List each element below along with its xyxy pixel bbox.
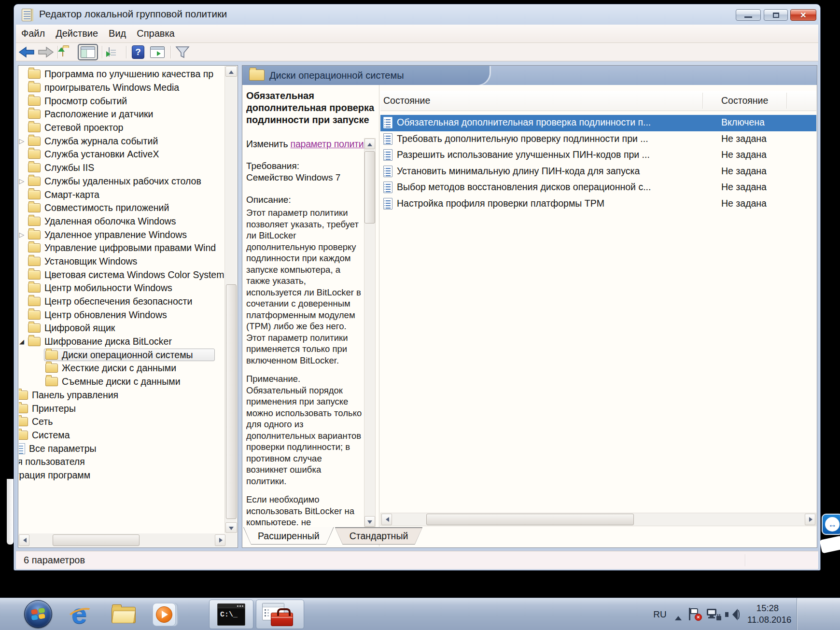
tree-item[interactable]: Службы IIS	[19, 161, 224, 175]
column-divider[interactable]	[786, 93, 787, 109]
scroll-up-button[interactable]	[225, 66, 237, 77]
help-button[interactable]: ?	[132, 45, 144, 59]
tree-item[interactable]: Конфигурация программ	[19, 469, 224, 482]
taskbar-media-player-icon[interactable]	[151, 601, 178, 628]
folder-icon	[28, 230, 41, 239]
tree-item[interactable]: Центр обновления Windows	[19, 308, 224, 322]
tree-item[interactable]: Центр обеспечения безопасности	[19, 295, 224, 308]
menu-item-Вид[interactable]: Вид	[103, 28, 131, 39]
scroll-right-button[interactable]	[805, 514, 815, 525]
scroll-thumb[interactable]	[53, 534, 140, 546]
tree-item[interactable]: Все параметры	[19, 442, 224, 455]
network-icon[interactable]	[706, 608, 721, 621]
collapsed-arrow-icon[interactable]: ▷	[19, 176, 27, 186]
policy-setting-icon	[383, 133, 392, 145]
forward-button[interactable]	[38, 46, 54, 58]
back-button[interactable]	[18, 46, 35, 58]
scroll-thumb[interactable]	[226, 284, 237, 519]
collapsed-arrow-icon[interactable]: ▷	[19, 230, 27, 239]
title-bar[interactable]: Редактор локальной групповой политики ×	[14, 4, 820, 25]
up-one-level-button[interactable]	[62, 48, 63, 56]
policy-row[interactable]: Выбор методов восстановления дисков опер…	[380, 180, 816, 196]
tree-item[interactable]: Панель управления	[19, 389, 224, 402]
view-tab-Стандартный[interactable]: Стандартный	[335, 527, 423, 545]
tree-item[interactable]: Система	[19, 429, 224, 442]
clock[interactable]: 15:28 11.08.2016	[747, 602, 788, 626]
folder-icon	[19, 404, 28, 413]
filter-button[interactable]	[175, 46, 190, 58]
taskbar-command-prompt-button[interactable]: C:\_	[209, 600, 253, 629]
scroll-left-button[interactable]	[19, 534, 29, 546]
policy-row[interactable]: Настройка профиля проверки платформы TPM…	[380, 196, 816, 212]
scroll-left-button[interactable]	[381, 514, 392, 525]
tree-vertical-scrollbar[interactable]	[224, 66, 237, 533]
desktop-icon-teamviewer[interactable]: ↔	[822, 514, 840, 535]
policy-row[interactable]: Обязательная дополнительная проверка под…	[380, 115, 816, 131]
show-console-tree-button[interactable]	[78, 44, 98, 60]
tree-item[interactable]: ◢Шифрование диска BitLocker	[19, 335, 224, 349]
action-center-flag-icon[interactable]: ×	[688, 607, 702, 621]
menu-item-Справка[interactable]: Справка	[131, 28, 180, 39]
tree-item[interactable]: Установщик Windows	[19, 255, 224, 268]
tree-item[interactable]: Цифровой ящик	[19, 322, 224, 335]
tree-item[interactable]: ▷Служба журнала событий	[19, 134, 224, 148]
tree-item[interactable]: Расположение и датчики	[19, 108, 224, 121]
show-desktop-button[interactable]	[797, 598, 840, 630]
scroll-down-button[interactable]	[364, 516, 375, 527]
policy-row[interactable]: Разрешить использование улучшенных ПИН-к…	[380, 147, 816, 164]
tree-item[interactable]: Съемные диски с данными	[34, 375, 224, 389]
tree-item[interactable]: Жесткие диски с данными	[34, 362, 224, 375]
taskbar-internet-explorer-icon[interactable]: e	[68, 601, 95, 628]
scroll-right-button[interactable]	[215, 534, 225, 546]
export-list-button[interactable]	[109, 48, 110, 56]
expanded-arrow-icon[interactable]: ◢	[19, 337, 27, 347]
tree-item[interactable]: ▷Удаленное управление Windows	[19, 228, 224, 241]
details-vertical-scrollbar[interactable]	[364, 138, 376, 527]
tree-item[interactable]: Диски операционной системы	[34, 348, 224, 362]
collapsed-arrow-icon[interactable]: ▷	[19, 136, 27, 146]
start-button[interactable]	[24, 600, 52, 628]
tree-item-label: Совместимость приложений	[44, 202, 169, 213]
taskbar-mmc-console-button[interactable]	[256, 600, 304, 629]
minimize-button[interactable]	[736, 9, 761, 21]
tree-item-label: Жесткие диски с данными	[62, 363, 176, 374]
tree-item[interactable]: Принтеры	[19, 402, 224, 415]
tree-horizontal-scrollbar[interactable]	[19, 533, 225, 547]
tree-item[interactable]: Сеть	[19, 415, 224, 429]
scroll-down-button[interactable]	[225, 522, 237, 533]
tree-item[interactable]: Конфигурация пользователя	[19, 455, 224, 469]
volume-icon[interactable]	[725, 608, 742, 621]
view-tab-Расширенный[interactable]: Расширенный	[243, 527, 334, 545]
taskbar-windows-explorer-icon[interactable]	[110, 601, 137, 628]
policy-row[interactable]: Требовать дополнительную проверку подлин…	[380, 131, 816, 148]
tree-item[interactable]: Цветовая система Windows Color System	[19, 268, 224, 281]
policy-title: Обязательная дополнительная проверка под…	[246, 90, 378, 126]
tree-item[interactable]: Служба установки ActiveX	[19, 148, 224, 161]
scroll-thumb[interactable]	[364, 151, 375, 224]
hidden-icons-chevron-icon[interactable]	[675, 613, 682, 620]
tree-item[interactable]: Удаленная оболочка Windows	[19, 215, 224, 228]
tree-item[interactable]: Просмотр событий	[19, 94, 224, 108]
tree-item[interactable]: Сетевой проектор	[19, 121, 224, 135]
column-header-setting[interactable]: Состояние	[383, 95, 430, 106]
maximize-button[interactable]	[764, 9, 788, 21]
close-button[interactable]: ×	[790, 9, 816, 21]
scroll-thumb[interactable]	[426, 514, 634, 525]
policy-setting-link[interactable]: параметр политики	[291, 139, 373, 149]
tree-item[interactable]: Смарт-карта	[19, 188, 224, 201]
policy-row[interactable]: Установить минимальную длину ПИН-кода дл…	[380, 164, 816, 180]
tree-item[interactable]: Управление цифровыми правами Wind	[19, 241, 224, 255]
tree-item[interactable]: Центр мобильности Windows	[19, 281, 224, 295]
tree-item[interactable]: Программа по улучшению качества пр	[19, 68, 224, 81]
show-action-pane-button[interactable]	[150, 46, 165, 58]
menu-item-Файл[interactable]: Файл	[16, 28, 50, 39]
menu-item-Действие[interactable]: Действие	[50, 28, 103, 39]
column-divider[interactable]	[702, 93, 703, 109]
column-header-state[interactable]: Состояние	[721, 95, 768, 106]
scroll-up-button[interactable]	[364, 139, 375, 149]
list-horizontal-scrollbar[interactable]	[380, 513, 816, 526]
tree-item[interactable]: ▷Службы удаленных рабочих столов	[19, 175, 224, 188]
tree-item[interactable]: проигрыватель Windows Media	[19, 81, 224, 95]
language-indicator[interactable]: RU	[650, 598, 670, 630]
tree-item[interactable]: Совместимость приложений	[19, 201, 224, 215]
